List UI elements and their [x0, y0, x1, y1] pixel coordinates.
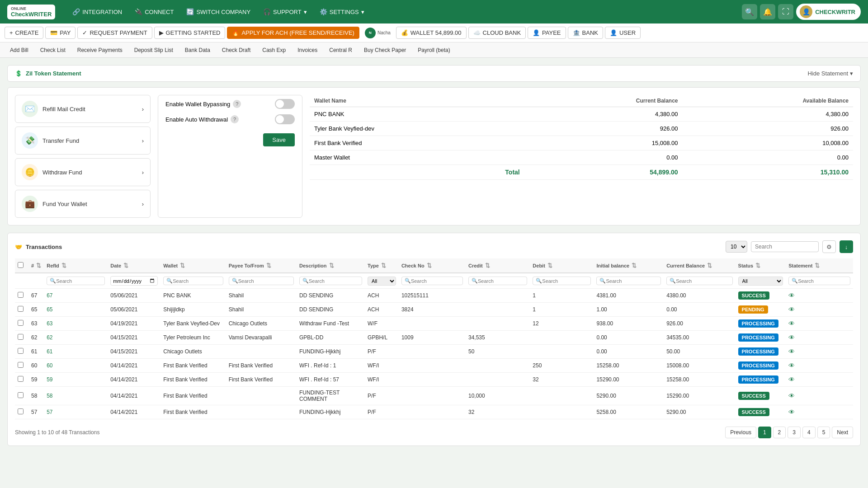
- prev-page-btn[interactable]: Previous: [725, 427, 756, 438]
- row-checkbox[interactable]: [18, 376, 24, 382]
- page-btn-5[interactable]: 5: [817, 427, 830, 438]
- ter-cash-exp[interactable]: Cash Exp: [257, 44, 291, 56]
- view-statement-btn[interactable]: 👁: [788, 292, 795, 299]
- app-logo[interactable]: ONLINE CheckWRITER: [7, 5, 55, 19]
- ter-payroll[interactable]: Payroll (beta): [412, 44, 455, 56]
- apply-ach-btn[interactable]: 🔥 APPLY FOR ACH (FREE SEND/RECEIVE): [227, 27, 359, 39]
- view-statement-btn[interactable]: 👁: [788, 320, 795, 327]
- hide-statement-btn[interactable]: Hide Statement ▾: [807, 70, 853, 77]
- ter-receive-payments[interactable]: Receive Payments: [72, 44, 128, 56]
- bypass-toggle-row: Enable Wallet Bypassing ?: [165, 99, 295, 109]
- view-statement-btn[interactable]: 👁: [788, 392, 795, 399]
- select-all-checkbox[interactable]: [18, 262, 24, 268]
- wallet-btn[interactable]: 💰 WALLET 54,899.00: [396, 27, 467, 39]
- ter-central-r[interactable]: Central R: [324, 44, 358, 56]
- filter-date-input[interactable]: [110, 276, 158, 286]
- ter-check-list[interactable]: Check List: [35, 44, 71, 56]
- filter-payee-input[interactable]: [238, 278, 291, 284]
- ter-add-bill[interactable]: Add Bill: [5, 44, 34, 56]
- ter-check-draft[interactable]: Check Draft: [217, 44, 256, 56]
- page-btn-3[interactable]: 3: [788, 427, 801, 438]
- view-statement-btn[interactable]: 👁: [788, 348, 795, 355]
- expand-btn[interactable]: ⛶: [778, 4, 793, 19]
- view-statement-btn[interactable]: 👁: [788, 334, 795, 341]
- row-checkbox[interactable]: [18, 320, 24, 326]
- user-btn[interactable]: 👤 USER: [605, 27, 641, 39]
- create-btn[interactable]: + CREATE: [5, 27, 43, 39]
- per-page-select[interactable]: 10 25 50: [726, 241, 747, 253]
- refill-mail-btn[interactable]: ✉️ Refill Mail Credit ›: [15, 95, 151, 123]
- filter-debit-input[interactable]: [542, 278, 588, 284]
- connect-btn[interactable]: 🔌 CONNECT: [130, 5, 178, 18]
- fund-wallet-btn[interactable]: 💼 Fund Your Wallet ›: [15, 190, 151, 218]
- filter-refid: 🔍: [47, 277, 105, 285]
- view-statement-btn[interactable]: 👁: [788, 306, 795, 313]
- row-checkbox[interactable]: [18, 334, 24, 340]
- status-badge: PENDING: [738, 305, 768, 314]
- row-checkbox[interactable]: [18, 306, 24, 312]
- ter-invoices[interactable]: Invoices: [292, 44, 323, 56]
- row-credit: [466, 359, 530, 373]
- cloud-bank-btn[interactable]: ☁️ CLOUD BANK: [468, 27, 526, 39]
- switch-company-btn[interactable]: 🔄 SWITCH COMPANY: [182, 5, 255, 18]
- ter-buy-check-paper[interactable]: Buy Check Paper: [359, 44, 411, 56]
- row-checkno: 3824: [399, 303, 466, 317]
- ter-bank-data[interactable]: Bank Data: [179, 44, 216, 56]
- pay-btn[interactable]: 💳 PAY: [45, 27, 75, 39]
- transfer-fund-btn[interactable]: 💸 Transfer Fund ›: [15, 127, 151, 155]
- filter-current-input[interactable]: [676, 278, 729, 284]
- save-settings-btn[interactable]: Save: [263, 133, 295, 146]
- getting-started-btn[interactable]: ▶ GETTING STARTED: [154, 27, 226, 39]
- payee-btn[interactable]: 👤 PAYEE: [528, 27, 566, 39]
- request-payment-btn[interactable]: ✓ REQUEST PAYMENT: [77, 27, 152, 39]
- search-tool-btn[interactable]: 🔍: [742, 4, 757, 19]
- row-date: 04/14/2021: [108, 373, 160, 387]
- view-statement-btn[interactable]: 👁: [788, 376, 795, 383]
- col-initial-balance: Initial balance ⇅: [594, 258, 664, 273]
- filter-refid-input[interactable]: [56, 278, 102, 284]
- page-btn-1[interactable]: 1: [758, 427, 771, 438]
- filter-credit-input[interactable]: [478, 278, 524, 284]
- filter-initial-input[interactable]: [606, 278, 658, 284]
- view-statement-btn[interactable]: 👁: [788, 362, 795, 369]
- support-btn[interactable]: 🎧 SUPPORT ▾: [259, 5, 311, 18]
- notifications-btn[interactable]: 🔔: [760, 4, 775, 19]
- withdrawal-help-icon[interactable]: ?: [231, 115, 239, 123]
- row-num: 61: [28, 345, 44, 359]
- bank-btn[interactable]: 🏦 BANK: [568, 27, 603, 39]
- view-statement-btn[interactable]: 👁: [788, 408, 795, 416]
- filter-checkno-input[interactable]: [411, 278, 460, 284]
- row-checkno: [399, 373, 466, 387]
- row-checkbox[interactable]: [18, 292, 24, 298]
- trans-table-body: 67 67 05/06/2021 PNC BANK Shahil DD SEND…: [15, 289, 853, 419]
- filter-btn[interactable]: ⚙: [822, 240, 836, 253]
- filter-status-select[interactable]: AllSUCCESSPENDINGPROCESSING: [738, 277, 783, 286]
- row-checkbox[interactable]: [18, 392, 24, 398]
- page-btn-4[interactable]: 4: [802, 427, 816, 438]
- table-search-input[interactable]: [751, 241, 819, 252]
- filter-type-select[interactable]: AllACHW/FP/FWF/IGPBH/L: [368, 277, 396, 286]
- bypass-toggle[interactable]: [275, 99, 295, 109]
- export-btn[interactable]: ↓: [840, 240, 853, 253]
- page-btn-2[interactable]: 2: [773, 427, 786, 438]
- filter-wallet-input[interactable]: [173, 278, 220, 284]
- row-checkbox[interactable]: [18, 348, 24, 354]
- row-checkbox[interactable]: [18, 408, 24, 414]
- settings-btn[interactable]: ⚙️ SETTINGS ▾: [315, 5, 369, 18]
- filter-statement-input[interactable]: [798, 278, 847, 284]
- row-status: PENDING: [736, 303, 786, 317]
- bypass-help-icon[interactable]: ?: [233, 100, 241, 108]
- filter-desc-input[interactable]: [309, 278, 359, 284]
- row-status: PROCESSING: [736, 317, 786, 331]
- row-wallet: First Bank Verified: [160, 359, 226, 373]
- chevron-down-icon: ▾: [850, 70, 853, 77]
- withdraw-fund-btn[interactable]: 🪙 Withdraw Fund ›: [15, 158, 151, 186]
- next-page-btn[interactable]: Next: [832, 427, 853, 438]
- wallet-row-available: 0.00: [683, 150, 853, 165]
- withdrawal-toggle[interactable]: [275, 114, 295, 124]
- user-badge[interactable]: 👤 CHECKWRITR: [796, 4, 861, 20]
- integration-btn[interactable]: 🔗 INTEGRATION: [68, 5, 127, 18]
- row-checkbox[interactable]: [18, 362, 24, 368]
- row-date: 04/15/2021: [108, 331, 160, 345]
- ter-deposit-slip[interactable]: Deposit Slip List: [129, 44, 179, 56]
